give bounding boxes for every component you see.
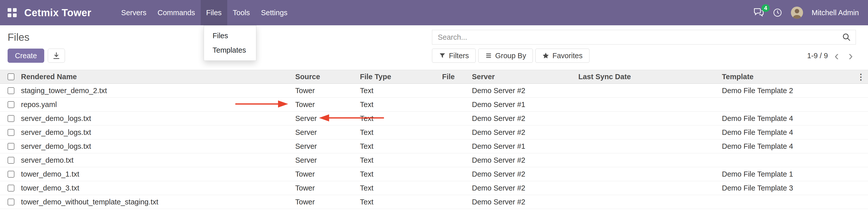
row-checkbox[interactable] — [8, 157, 14, 164]
column-header-file[interactable]: File — [439, 70, 469, 84]
row-checkbox-cell — [0, 125, 18, 140]
cell-file — [439, 181, 469, 195]
cell-template: Demo File Template 4 — [719, 125, 854, 140]
cell-file-type: Text — [356, 153, 439, 167]
cell-file-type: Text — [356, 167, 439, 181]
row-checkbox-cell — [0, 153, 18, 167]
table-row[interactable]: repos.yaml Tower Text Demo Server #1 — [0, 98, 868, 112]
cell-rendered-name: server_demo_logs.txt — [18, 125, 292, 140]
cell-file — [439, 195, 469, 209]
row-checkbox-cell — [0, 98, 18, 112]
cell-last-sync-date — [575, 98, 719, 112]
cell-server: Demo Server #1 — [469, 140, 575, 153]
files-list-table: Rendered Name Source File Type File Serv… — [0, 70, 868, 209]
cell-last-sync-date — [575, 84, 719, 98]
row-checkbox-cell — [0, 112, 18, 125]
cell-file-type: Text — [356, 98, 439, 112]
row-checkbox[interactable] — [8, 199, 14, 205]
pager-next-button[interactable]: › — [845, 49, 856, 62]
apps-grid-icon[interactable] — [8, 8, 17, 17]
cell-server: Demo Server #2 — [469, 125, 575, 140]
cell-template: Demo File Template 2 — [719, 84, 854, 98]
row-checkbox-cell — [0, 84, 18, 98]
star-icon — [542, 52, 549, 59]
nav-item-label: Servers — [121, 9, 146, 17]
cell-rendered-name: tower_demo_3.txt — [18, 181, 292, 195]
column-header-server[interactable]: Server — [469, 70, 575, 84]
clock-glyph — [773, 8, 782, 18]
column-header-file-type[interactable]: File Type — [356, 70, 439, 84]
filters-label: Filters — [449, 52, 469, 60]
messages-icon[interactable]: 4 — [753, 8, 764, 18]
dropdown-item-templates[interactable]: Templates — [204, 43, 256, 57]
cell-server: Demo Server #2 — [469, 181, 575, 195]
cell-options — [854, 125, 868, 140]
row-checkbox[interactable] — [8, 115, 14, 122]
row-checkbox[interactable] — [8, 87, 14, 94]
table-row[interactable]: server_demo_logs.txt Server Text Demo Se… — [0, 125, 868, 140]
search-box — [432, 30, 856, 44]
activity-clock-icon[interactable] — [773, 8, 782, 18]
nav-item-label: Settings — [261, 9, 287, 17]
nav-item-servers[interactable]: Servers — [116, 0, 152, 25]
nav-item-tools[interactable]: Tools — [227, 0, 255, 25]
app-brand[interactable]: Cetmix Tower — [24, 7, 91, 19]
table-row[interactable]: tower_demo_without_template_staging.txt … — [0, 195, 868, 209]
row-checkbox[interactable] — [8, 143, 14, 150]
cell-source: Server — [292, 112, 356, 125]
filters-button[interactable]: Filters — [432, 49, 476, 63]
export-download-button[interactable] — [48, 49, 65, 63]
cell-template: Demo File Template 3 — [719, 181, 854, 195]
cell-rendered-name: repos.yaml — [18, 98, 292, 112]
create-button[interactable]: Create — [8, 49, 44, 63]
dropdown-item-files[interactable]: Files — [204, 29, 256, 43]
row-checkbox[interactable] — [8, 101, 14, 108]
group-by-button[interactable]: Group By — [478, 49, 533, 63]
nav-item-settings[interactable]: Settings — [255, 0, 293, 25]
table-row[interactable]: tower_demo_3.txt Tower Text Demo Server … — [0, 181, 868, 195]
user-avatar[interactable] — [791, 7, 803, 19]
select-all-checkbox[interactable] — [8, 73, 14, 80]
column-header-last-sync-date[interactable]: Last Sync Date — [575, 70, 719, 84]
search-input[interactable] — [437, 33, 842, 42]
cell-template: Demo File Template 4 — [719, 140, 854, 153]
cell-server: Demo Server #2 — [469, 112, 575, 125]
favorites-label: Favorites — [552, 52, 582, 60]
user-menu[interactable]: Mitchell Admin — [812, 9, 859, 17]
cell-rendered-name: tower_demo_without_template_staging.txt — [18, 195, 292, 209]
cell-source: Tower — [292, 195, 356, 209]
funnel-icon — [439, 52, 446, 59]
cell-options — [854, 181, 868, 195]
pager-previous-button[interactable]: ‹ — [831, 49, 842, 62]
main-menu: Servers Commands Files Tools Settings — [116, 0, 293, 25]
cell-rendered-name: tower_demo_1.txt — [18, 167, 292, 181]
row-checkbox[interactable] — [8, 185, 14, 191]
column-header-template[interactable]: Template — [719, 70, 854, 84]
table-header-row: Rendered Name Source File Type File Serv… — [0, 70, 868, 84]
nav-item-label: Commands — [157, 9, 195, 17]
select-all-cell — [0, 70, 18, 84]
cell-file-type: Text — [356, 181, 439, 195]
table-row[interactable]: server_demo.txt Server Text Demo Server … — [0, 153, 868, 167]
optional-columns-toggle[interactable]: ⋮ — [854, 70, 868, 84]
search-icon[interactable] — [842, 33, 851, 42]
nav-item-files[interactable]: Files — [201, 0, 227, 25]
cell-options — [854, 98, 868, 112]
cell-last-sync-date — [575, 181, 719, 195]
favorites-button[interactable]: Favorites — [535, 49, 589, 63]
column-header-source[interactable]: Source — [292, 70, 356, 84]
files-menu-dropdown: Files Templates — [204, 25, 256, 61]
cell-last-sync-date — [575, 112, 719, 125]
nav-item-commands[interactable]: Commands — [152, 0, 200, 25]
column-header-rendered-name[interactable]: Rendered Name — [18, 70, 292, 84]
top-navbar: Cetmix Tower Servers Commands Files Tool… — [0, 0, 868, 25]
table-row[interactable]: staging_tower_demo_2.txt Tower Text Demo… — [0, 84, 868, 98]
table-row[interactable]: server_demo_logs.txt Server Text Demo Se… — [0, 112, 868, 125]
pager: 1-9 / 9 ‹ › — [807, 49, 856, 62]
row-checkbox[interactable] — [8, 129, 14, 136]
row-checkbox[interactable] — [8, 171, 14, 178]
cell-server: Demo Server #1 — [469, 98, 575, 112]
table-row[interactable]: tower_demo_1.txt Tower Text Demo Server … — [0, 167, 868, 181]
cell-template — [719, 153, 854, 167]
table-row[interactable]: server_demo_logs.txt Server Text Demo Se… — [0, 140, 868, 153]
